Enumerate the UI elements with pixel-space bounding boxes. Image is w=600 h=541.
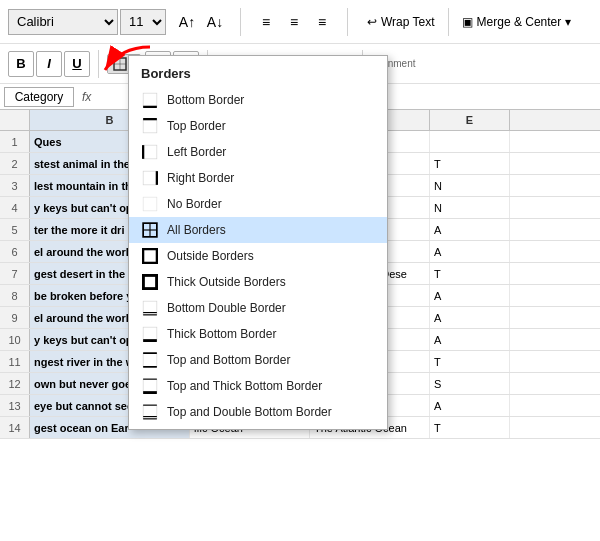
border-item-label: Top and Bottom Border (167, 353, 290, 367)
dropdown-border-item-all[interactable]: All Borders (129, 217, 387, 243)
dropdown-border-item-left[interactable]: Left Border (129, 139, 387, 165)
row-number: 8 (0, 285, 30, 306)
svg-rect-15 (143, 249, 157, 263)
svg-rect-7 (143, 145, 157, 159)
cell-e[interactable]: A (430, 241, 510, 262)
border-item-label: Bottom Border (167, 93, 244, 107)
cell-e[interactable]: N (430, 197, 510, 218)
border-type-icon-thick-outside (141, 273, 159, 291)
border-item-label: Left Border (167, 145, 226, 159)
border-type-icon-top-thick-bottom (141, 377, 159, 395)
border-item-label: No Border (167, 197, 222, 211)
cell-e[interactable]: A (430, 395, 510, 416)
font-size-select[interactable]: 11 (120, 9, 166, 35)
cell-e[interactable]: S (430, 373, 510, 394)
border-item-label: Thick Bottom Border (167, 327, 276, 341)
merge-center-btn[interactable]: ▣ Merge & Center ▾ (455, 12, 579, 32)
dropdown-border-item-top-bottom[interactable]: Top and Bottom Border (129, 347, 387, 373)
border-type-icon-bottom-double (141, 299, 159, 317)
border-type-icon-thick-bottom (141, 325, 159, 343)
dropdown-title: Borders (129, 60, 387, 87)
underline-btn[interactable]: U (64, 51, 90, 77)
align-right-btn[interactable]: ≡ (309, 9, 335, 35)
border-type-icon-top (141, 117, 159, 135)
dropdown-items-container: Bottom BorderTop BorderLeft BorderRight … (129, 87, 387, 425)
decrease-font-btn[interactable]: A↓ (202, 9, 228, 35)
dropdown-border-item-top-thick-bottom[interactable]: Top and Thick Bottom Border (129, 373, 387, 399)
row-number: 10 (0, 329, 30, 350)
cell-reference-input[interactable] (4, 87, 74, 107)
row-number: 11 (0, 351, 30, 372)
wrap-merge-section: ↩ Wrap Text ▣ Merge & Center ▾ (360, 8, 578, 36)
cell-e[interactable]: T (430, 417, 510, 438)
border-item-label: Top and Thick Bottom Border (167, 379, 322, 393)
dropdown-border-item-none[interactable]: No Border (129, 191, 387, 217)
row-number: 9 (0, 307, 30, 328)
cell-e[interactable]: T (430, 263, 510, 284)
row-number: 13 (0, 395, 30, 416)
row-num-header (0, 110, 30, 130)
svg-rect-16 (143, 275, 157, 289)
dropdown-border-item-right[interactable]: Right Border (129, 165, 387, 191)
align-section: ≡ ≡ ≡ (253, 9, 335, 35)
separator-3 (448, 8, 449, 36)
cell-e[interactable]: A (430, 329, 510, 350)
cell-e[interactable]: A (430, 219, 510, 240)
row-number: 2 (0, 153, 30, 174)
dropdown-border-item-thick-outside[interactable]: Thick Outside Borders (129, 269, 387, 295)
border-type-icon-all (141, 221, 159, 239)
dropdown-border-item-top-double-bottom[interactable]: Top and Double Bottom Border (129, 399, 387, 425)
border-type-icon-top-double-bottom (141, 403, 159, 421)
wrap-text-btn[interactable]: ↩ Wrap Text (360, 12, 442, 32)
increase-font-btn[interactable]: A↑ (174, 9, 200, 35)
border-type-icon-bottom (141, 91, 159, 109)
border-item-label: Outside Borders (167, 249, 254, 263)
row-number: 7 (0, 263, 30, 284)
row-number: 5 (0, 219, 30, 240)
row-number: 6 (0, 241, 30, 262)
border-type-icon-right (141, 169, 159, 187)
cell-e[interactable]: T (430, 153, 510, 174)
svg-rect-22 (143, 353, 157, 367)
border-type-icon-left (141, 143, 159, 161)
border-type-icon-top-bottom (141, 351, 159, 369)
merge-icon: ▣ (462, 15, 473, 29)
separator-4 (98, 50, 99, 78)
cell-e[interactable] (430, 131, 510, 152)
svg-rect-20 (143, 327, 157, 341)
align-left-btn[interactable]: ≡ (253, 9, 279, 35)
svg-rect-11 (143, 197, 157, 211)
row-number: 14 (0, 417, 30, 438)
border-type-icon-outside (141, 247, 159, 265)
merge-dropdown-icon: ▾ (565, 15, 571, 29)
format-section: B I U (8, 51, 90, 77)
row-number: 12 (0, 373, 30, 394)
dropdown-border-item-top[interactable]: Top Border (129, 113, 387, 139)
font-name-select[interactable]: Calibri (8, 9, 118, 35)
merge-center-label: Merge & Center (477, 15, 562, 29)
border-item-label: Thick Outside Borders (167, 275, 286, 289)
wrap-text-icon: ↩ (367, 15, 377, 29)
font-size-buttons: A↑ A↓ (174, 9, 228, 35)
borders-dropdown: Borders Bottom BorderTop BorderLeft Bord… (128, 55, 388, 430)
separator-2 (347, 8, 348, 36)
cell-e[interactable]: N (430, 175, 510, 196)
wrap-text-label: Wrap Text (381, 15, 435, 29)
border-type-icon-none (141, 195, 159, 213)
dropdown-border-item-bottom[interactable]: Bottom Border (129, 87, 387, 113)
cell-e[interactable]: A (430, 285, 510, 306)
dropdown-border-item-bottom-double[interactable]: Bottom Double Border (129, 295, 387, 321)
italic-btn[interactable]: I (36, 51, 62, 77)
row-number: 4 (0, 197, 30, 218)
svg-rect-25 (143, 379, 157, 393)
fx-label: fx (78, 90, 95, 104)
border-item-label: Bottom Double Border (167, 301, 286, 315)
row-number: 1 (0, 131, 30, 152)
align-center-btn[interactable]: ≡ (281, 9, 307, 35)
cell-e[interactable]: T (430, 351, 510, 372)
dropdown-border-item-outside[interactable]: Outside Borders (129, 243, 387, 269)
cell-e[interactable]: A (430, 307, 510, 328)
borders-icon (113, 57, 127, 71)
bold-btn[interactable]: B (8, 51, 34, 77)
dropdown-border-item-thick-bottom[interactable]: Thick Bottom Border (129, 321, 387, 347)
